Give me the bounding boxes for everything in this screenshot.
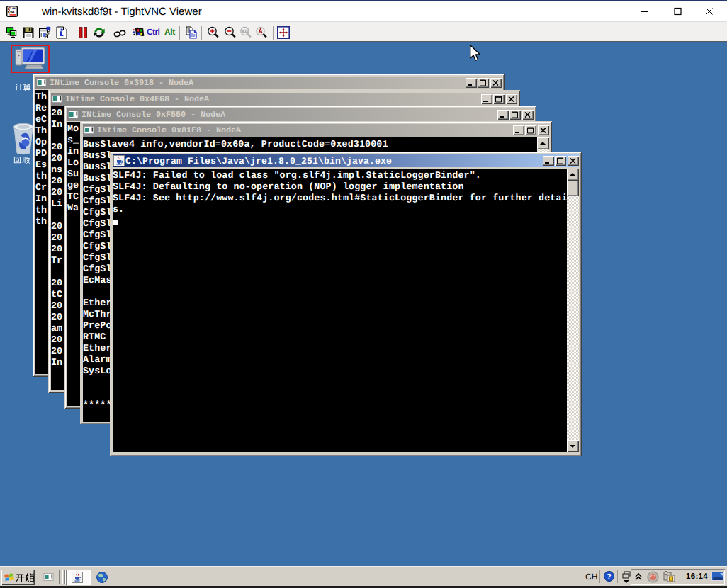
svg-text:?: ? — [607, 572, 611, 581]
